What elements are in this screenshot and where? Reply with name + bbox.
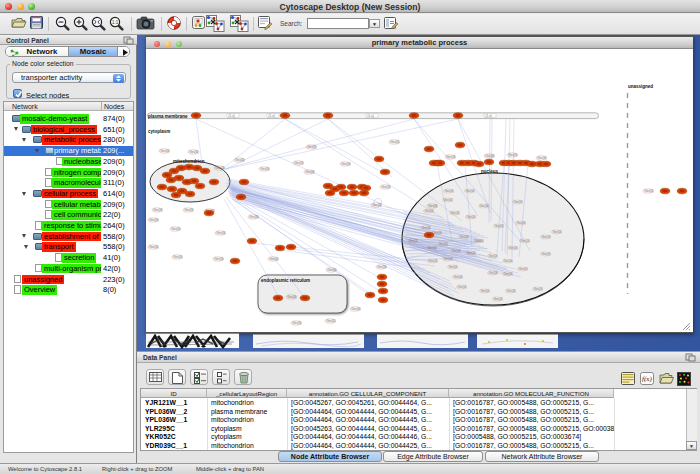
svg-text:Gxx(4): Gxx(4) xyxy=(149,245,158,249)
svg-text:mitochondrion: mitochondrion xyxy=(173,159,205,164)
svg-text:unassigned: unassigned xyxy=(628,84,653,89)
svg-text:Gxx(4): Gxx(4) xyxy=(408,239,417,243)
svg-text:Gxx(4): Gxx(4) xyxy=(305,170,314,174)
svg-text:Gxx(4): Gxx(4) xyxy=(506,289,515,293)
svg-text:Gxx(4): Gxx(4) xyxy=(149,218,158,222)
svg-text:[1-x]: [1-x] xyxy=(486,114,492,118)
svg-text:Gxx(4): Gxx(4) xyxy=(372,203,381,207)
svg-text:Gxx(4): Gxx(4) xyxy=(249,215,258,219)
svg-text:Gxx(4): Gxx(4) xyxy=(428,204,437,208)
svg-text:1:1: 1:1 xyxy=(112,20,119,25)
svg-text:Gxx(4): Gxx(4) xyxy=(173,255,182,259)
svg-text:Gxx(4): Gxx(4) xyxy=(446,155,455,159)
svg-text:Gxx(4): Gxx(4) xyxy=(453,275,462,279)
svg-text:Gxx(4): Gxx(4) xyxy=(160,149,169,153)
svg-text:Gxx(4): Gxx(4) xyxy=(485,154,494,158)
svg-text:[1-x]: [1-x] xyxy=(368,114,374,118)
svg-text:Gxx(4): Gxx(4) xyxy=(494,224,503,228)
svg-text:Gxx(4): Gxx(4) xyxy=(351,307,360,311)
svg-text:Gxx(4): Gxx(4) xyxy=(479,204,488,208)
svg-text:Gxx(4): Gxx(4) xyxy=(451,249,460,253)
svg-text:Gxx(4): Gxx(4) xyxy=(215,166,224,170)
svg-text:Gxx(4): Gxx(4) xyxy=(307,145,316,149)
svg-text:Gxx(4): Gxx(4) xyxy=(294,161,303,165)
svg-text:Gxx(4): Gxx(4) xyxy=(443,198,452,202)
svg-text:Gxx(4): Gxx(4) xyxy=(518,267,527,271)
svg-text:Gxx(4): Gxx(4) xyxy=(214,257,223,261)
svg-text:Gxx(4): Gxx(4) xyxy=(421,226,430,230)
svg-text:Gxx(4): Gxx(4) xyxy=(438,242,447,246)
svg-text:Gxx(4): Gxx(4) xyxy=(552,230,561,234)
svg-text:Gxx(4): Gxx(4) xyxy=(480,289,489,293)
svg-text:Gxx(4): Gxx(4) xyxy=(459,235,468,239)
svg-text:Gxx(4): Gxx(4) xyxy=(424,209,433,213)
svg-text:Gxx(4): Gxx(4) xyxy=(189,150,198,154)
svg-text:Gxx(4): Gxx(4) xyxy=(503,272,512,276)
svg-text:Gxx(4): Gxx(4) xyxy=(520,239,529,243)
svg-text:plasma membrane: plasma membrane xyxy=(148,114,188,119)
svg-text:Gxx(4): Gxx(4) xyxy=(466,251,475,255)
svg-text:Gxx(4): Gxx(4) xyxy=(171,227,180,231)
svg-text:Gxx(4): Gxx(4) xyxy=(269,257,278,261)
svg-text:Gxx(4): Gxx(4) xyxy=(533,287,542,291)
svg-text:Gxx(4): Gxx(4) xyxy=(235,158,244,162)
svg-text:Gxx(4): Gxx(4) xyxy=(513,200,522,204)
svg-text:[1-x]: [1-x] xyxy=(269,114,275,118)
svg-text:Gxx(4): Gxx(4) xyxy=(287,295,296,299)
svg-text:Gxx(4): Gxx(4) xyxy=(450,211,459,215)
svg-text:Gxx(4): Gxx(4) xyxy=(508,153,517,157)
svg-text:Gxx(4): Gxx(4) xyxy=(153,208,162,212)
svg-text:Gxx(4): Gxx(4) xyxy=(508,246,517,250)
svg-text:Gxx(4): Gxx(4) xyxy=(448,265,457,269)
svg-text:Gxx(4): Gxx(4) xyxy=(341,162,350,166)
svg-text:Gxx(4): Gxx(4) xyxy=(377,265,386,269)
svg-text:Gxx(4): Gxx(4) xyxy=(541,235,550,239)
svg-text:Gxx(4): Gxx(4) xyxy=(443,257,452,261)
svg-text:Gxx(4): Gxx(4) xyxy=(292,321,301,325)
svg-text:Gxx(4): Gxx(4) xyxy=(428,259,437,263)
svg-text:Gxx(4): Gxx(4) xyxy=(516,221,525,225)
svg-text:Gxx(4): Gxx(4) xyxy=(326,319,335,323)
svg-text:Gxx(4): Gxx(4) xyxy=(381,185,390,189)
svg-text:Gxx(4): Gxx(4) xyxy=(444,189,453,193)
svg-text:Gxx(4): Gxx(4) xyxy=(260,167,269,171)
svg-text:[1-x]: [1-x] xyxy=(229,114,235,118)
svg-text:Gxx(4): Gxx(4) xyxy=(457,285,466,289)
svg-text:Gxx(4): Gxx(4) xyxy=(327,268,336,272)
svg-text:f(x): f(x) xyxy=(642,375,652,383)
svg-text:Gxx(4): Gxx(4) xyxy=(537,156,546,160)
svg-text:Gxx(4): Gxx(4) xyxy=(488,254,497,258)
svg-text:Gxx(4): Gxx(4) xyxy=(465,189,474,193)
svg-text:Gxx(4): Gxx(4) xyxy=(184,208,193,212)
svg-text:Gxx(4): Gxx(4) xyxy=(216,231,225,235)
svg-text:Gxx(4): Gxx(4) xyxy=(466,215,475,219)
svg-text:Gxx(4): Gxx(4) xyxy=(493,297,502,301)
svg-text:cytoplasm: cytoplasm xyxy=(148,129,170,134)
svg-text:Gxx(4): Gxx(4) xyxy=(644,189,653,193)
svg-text:Gxx(4): Gxx(4) xyxy=(541,252,550,256)
svg-text:Gxx(4): Gxx(4) xyxy=(390,140,399,144)
svg-text:Gxx(4): Gxx(4) xyxy=(474,239,483,243)
svg-text:Gxx(4): Gxx(4) xyxy=(488,271,497,275)
svg-text:Gxx(4): Gxx(4) xyxy=(427,246,436,250)
svg-text:Gxx(4): Gxx(4) xyxy=(503,259,512,263)
